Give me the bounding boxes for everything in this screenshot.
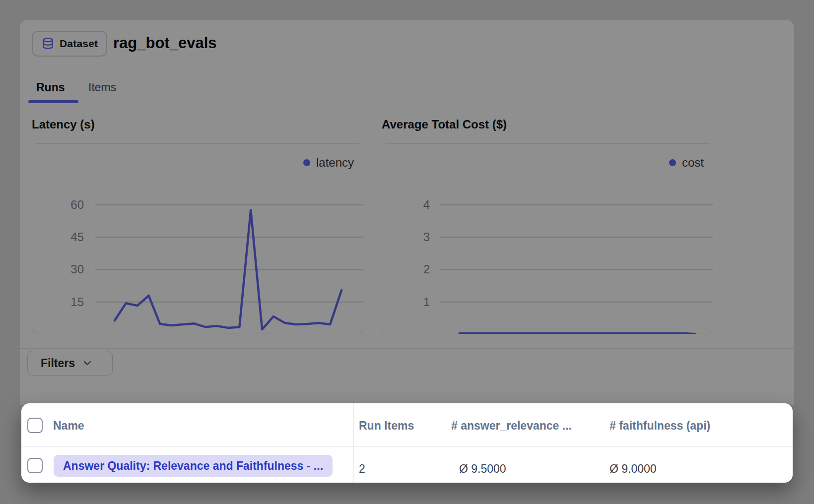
answer-relevance-value: Ø 9.5000 bbox=[459, 458, 506, 476]
column-header-faithfulness: # faithfulness (api) bbox=[610, 419, 710, 433]
run-name-link[interactable]: Answer Quality: Relevance and Faithfulne… bbox=[54, 455, 333, 477]
runs-table-panel: Name Run Items # answer_relevance ... # … bbox=[21, 403, 793, 483]
page: Dataset rag_bot_evals Runs Items Latency… bbox=[0, 0, 814, 504]
table-header-border bbox=[21, 446, 793, 447]
select-all-checkbox[interactable] bbox=[27, 418, 43, 433]
row-checkbox[interactable] bbox=[27, 458, 43, 473]
column-divider bbox=[353, 403, 354, 483]
run-items-value: 2 bbox=[359, 458, 365, 476]
column-header-name: Name bbox=[53, 419, 84, 433]
column-header-answer-relevance: # answer_relevance ... bbox=[451, 419, 572, 433]
faithfulness-value: Ø 9.0000 bbox=[610, 458, 657, 476]
column-header-run-items: Run Items bbox=[359, 419, 414, 433]
run-name-label: Answer Quality: Relevance and Faithfulne… bbox=[63, 459, 323, 473]
